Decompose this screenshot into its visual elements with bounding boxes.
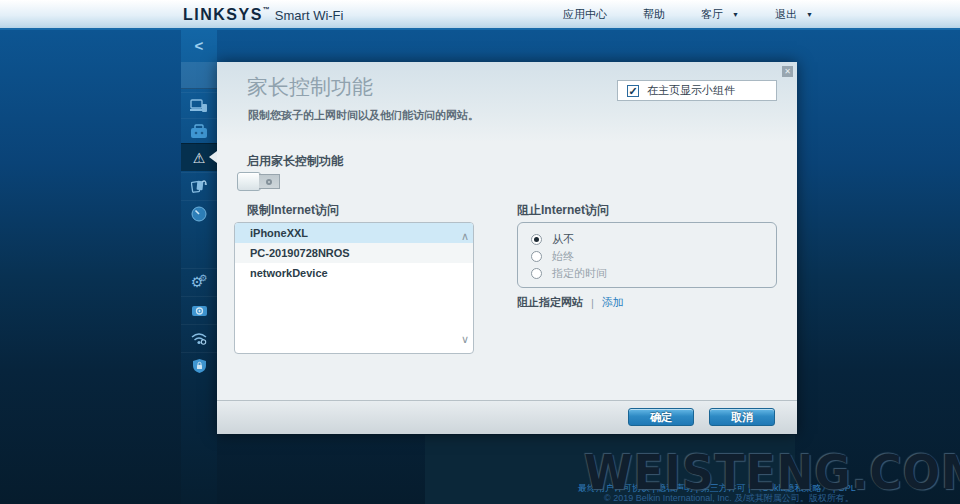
shield-lock-icon <box>192 358 207 374</box>
warning-triangle-icon: ⚠ <box>193 151 206 165</box>
device-row-selected[interactable]: iPhoneXXL <box>235 223 473 243</box>
topbar: LINKSYS™Smart Wi-Fi 应用中心 帮助 客厅▼ 退出▼ <box>0 0 960 30</box>
radio-dot <box>534 237 539 242</box>
briefcase-icon <box>190 124 208 139</box>
toggle-off-ring-icon <box>266 179 272 185</box>
radio-label: 始终 <box>552 249 574 264</box>
checkbox-checked[interactable]: ✓ <box>627 85 639 97</box>
selected-item-notch <box>209 151 217 163</box>
add-site-link[interactable]: 添加 <box>602 295 624 310</box>
nav-router-name-dropdown[interactable]: 客厅▼ <box>701 7 739 22</box>
watermark: WEISTENG.COM <box>584 445 960 500</box>
page-title: 家长控制功能 <box>247 73 373 101</box>
camera-plus-icon <box>191 303 208 317</box>
sidebar-tile-blank <box>181 62 217 89</box>
top-navigation: 应用中心 帮助 客厅▼ 退出▼ <box>563 0 813 28</box>
scroll-down-icon[interactable]: ∨ <box>461 333 469 346</box>
brand-suffix: Smart Wi-Fi <box>275 8 344 23</box>
linksys-logo: LINKSYS™Smart Wi-Fi <box>183 6 343 24</box>
nav-logout-dropdown[interactable]: 退出▼ <box>775 7 813 22</box>
radio-never[interactable]: 从不 <box>531 231 776 248</box>
nav-help[interactable]: 帮助 <box>643 7 665 22</box>
block-sites-row: 阻止指定网站 | 添加 <box>517 295 624 310</box>
media-priority-icon <box>191 178 208 193</box>
scroll-up-icon[interactable]: ∧ <box>461 230 469 243</box>
back-chevron-icon: < <box>195 37 204 54</box>
radio-label: 从不 <box>552 232 574 247</box>
speed-test-icon <box>191 206 207 222</box>
nav-label: 帮助 <box>643 7 665 22</box>
radio-icon[interactable] <box>531 251 542 262</box>
panel-footer: 确定 取消 <box>217 400 797 434</box>
block-internet-label: 阻止Internet访问 <box>517 202 609 219</box>
gears-icon: ⚙⚙ <box>191 273 208 291</box>
close-icon[interactable]: ✕ <box>782 66 793 77</box>
block-access-options: 从不 始终 指定的时间 <box>517 222 777 288</box>
device-row[interactable]: PC-20190728NROS <box>235 243 473 263</box>
devices-icon <box>190 99 208 113</box>
device-row[interactable]: networkDevice <box>235 263 473 283</box>
block-sites-label: 阻止指定网站 <box>517 295 583 310</box>
cancel-button[interactable]: 取消 <box>709 408 775 426</box>
trademark: ™ <box>263 6 270 13</box>
parental-controls-panel: ✕ ✓ 在主页显示小组件 家长控制功能 限制您孩子的上网时间以及他们能访问的网站… <box>217 62 797 434</box>
enable-parental-controls-label: 启用家长控制功能 <box>247 153 343 170</box>
gear-small-icon: ⚙ <box>199 273 207 283</box>
page-subtitle: 限制您孩子的上网时间以及他们能访问的网站。 <box>248 108 479 123</box>
nav-label: 客厅 <box>701 7 723 22</box>
radio-icon[interactable] <box>531 268 542 279</box>
brand-name: LINKSYS <box>183 6 263 23</box>
sidebar-collapse-button[interactable]: < <box>181 32 217 58</box>
sidebar-item-devices[interactable] <box>181 92 217 118</box>
nav-label: 应用中心 <box>563 7 607 22</box>
wifi-icon <box>190 331 208 345</box>
sidebar: < ⚠ ⚙⚙ <box>181 30 217 504</box>
sidebar-item-speed-test[interactable] <box>181 200 217 226</box>
sidebar-item-external-storage[interactable] <box>181 296 217 322</box>
separator: | <box>591 297 594 309</box>
radio-selected-icon[interactable] <box>531 234 542 245</box>
radio-label: 指定的时间 <box>552 266 607 281</box>
toggle-handle[interactable] <box>237 172 261 191</box>
radio-specific-times[interactable]: 指定的时间 <box>531 265 776 282</box>
sidebar-item-media-prioritization[interactable] <box>181 172 217 198</box>
nav-app-center[interactable]: 应用中心 <box>563 7 607 22</box>
device-list: iPhoneXXL PC-20190728NROS networkDevice … <box>234 222 474 354</box>
toggle-track-off <box>259 174 280 189</box>
ok-button[interactable]: 确定 <box>628 408 694 426</box>
parental-controls-toggle[interactable] <box>237 172 280 191</box>
nav-label: 退出 <box>775 7 797 22</box>
sidebar-item-connectivity[interactable]: ⚙⚙ <box>181 268 217 294</box>
caret-down-icon: ▼ <box>732 11 739 18</box>
restrict-internet-label: 限制Internet访问 <box>247 202 339 219</box>
sidebar-item-wireless[interactable] <box>181 324 217 350</box>
caret-down-icon: ▼ <box>806 11 813 18</box>
radio-always[interactable]: 始终 <box>531 248 776 265</box>
sidebar-item-guest-access[interactable] <box>181 118 217 144</box>
show-widget-label: 在主页显示小组件 <box>647 83 735 98</box>
show-widget-checkbox-row[interactable]: ✓ 在主页显示小组件 <box>617 80 777 101</box>
sidebar-item-security[interactable] <box>181 352 217 378</box>
